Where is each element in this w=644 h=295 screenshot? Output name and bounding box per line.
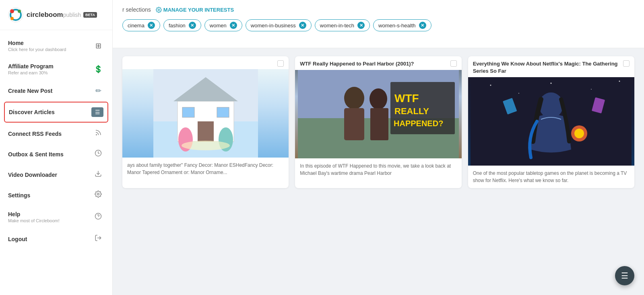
discover-label: Discover Articles [9,109,91,115]
svg-point-3 [18,10,21,13]
logout-icon [92,234,104,244]
tag-remove-women-in-tech[interactable]: ✕ [357,22,365,29]
manage-interests-text: MANAGE YOUR INTERESTS [163,7,234,13]
articles-grid: ays about family together" Fancy Decor: … [122,56,634,188]
help-sub: Make most of Circleboom! [8,218,92,223]
svg-point-38 [619,81,620,82]
affiliate-sub: Refer and earn 30% [8,70,92,75]
create-icon: ✏ [92,86,104,95]
sidebar-nav: Home Click here for your dashboard ⊞ Aff… [0,30,112,295]
svg-point-35 [518,93,519,94]
logo-text: circleboompublish [27,11,81,19]
tag-chip-fashion[interactable]: fashion ✕ [163,19,201,31]
article-card-3: Everything We Know About Netflix's Magic… [468,56,634,188]
tag-chip-women-s-health[interactable]: women-s-health ✕ [373,19,431,31]
svg-rect-18 [182,107,194,117]
svg-point-27 [369,88,387,109]
sidebar-item-create[interactable]: Create New Post ✏ [0,81,112,101]
rss-label: Connect RSS Feeds [8,131,92,137]
sidebar-logo: circleboompublish BETA [0,0,112,30]
sidebar-item-video[interactable]: Video Downloader [0,164,112,185]
tag-label-women-in-tech: women-in-tech [320,23,354,29]
home-icon: ⊞ [92,41,104,50]
help-icon [92,213,104,222]
tag-chip-cinema[interactable]: cinema ✕ [122,19,160,31]
video-icon [92,170,104,179]
selections-label: r selections [122,6,151,13]
tags-row: cinema ✕ fashion ✕ women ✕ women-in-busi… [122,19,634,31]
article-checkbox-3[interactable] [623,60,630,67]
tag-label-women-in-business: women-in-business [251,23,296,29]
sidebar: circleboompublish BETA Home Click here f… [0,0,113,295]
article-image-3 [468,77,634,166]
svg-rect-19 [217,107,229,117]
sidebar-item-home[interactable]: Home Click here for your dashboard ⊞ [0,34,112,57]
top-bar: r selections MANAGE YOUR INTERESTS cinem… [113,0,644,48]
sidebar-item-discover[interactable]: Discover Articles ☰ [4,102,108,123]
circleboom-logo-icon [8,7,23,23]
home-sub: Click here for your dashboard [8,47,92,52]
interests-header: r selections MANAGE YOUR INTERESTS [122,6,634,13]
svg-point-36 [551,83,552,84]
tag-remove-women-s-health[interactable]: ✕ [419,22,426,29]
svg-point-37 [591,89,592,90]
main-content: r selections MANAGE YOUR INTERESTS cinem… [113,0,644,295]
svg-text:WTF: WTF [394,92,419,104]
outbox-label: Outbox & Sent Items [8,151,92,158]
sidebar-item-settings[interactable]: Settings [0,185,112,205]
svg-point-11 [158,9,159,10]
help-label: Help [8,211,92,217]
article-title-2: WTF Really Happened to Pearl Harbor (200… [300,60,450,68]
tag-chip-women-in-tech[interactable]: women-in-tech ✕ [315,19,370,31]
tag-remove-fashion[interactable]: ✕ [189,22,196,29]
articles-area: ays about family together" Fancy Decor: … [113,48,644,295]
tag-chip-women-in-business[interactable]: women-in-business ✕ [246,19,312,31]
manage-interests-link[interactable]: MANAGE YOUR INTERESTS [156,7,234,13]
sidebar-item-outbox[interactable]: Outbox & Sent Items [0,144,112,164]
svg-rect-28 [370,108,388,140]
article-card-2: WTF Really Happened to Pearl Harbor (200… [295,56,461,188]
svg-point-7 [97,193,99,195]
fab-icon: ☰ [621,271,628,281]
tag-remove-cinema[interactable]: ✕ [148,22,155,29]
tag-label-women: women [210,23,227,29]
svg-point-2 [10,9,14,13]
tag-remove-women[interactable]: ✕ [230,22,237,29]
settings-icon [92,191,104,200]
article-desc-1: ays about family together" Fancy Decor: … [122,158,289,180]
svg-rect-26 [344,108,364,140]
article-title-3: Everything We Know About Netflix's Magic… [473,60,623,75]
tag-label-fashion: fashion [169,23,186,29]
article-image-1 [122,69,289,158]
svg-point-39 [539,92,563,118]
svg-point-34 [490,85,491,86]
create-label: Create New Post [8,88,92,94]
article-checkbox-1[interactable] [277,60,284,67]
video-label: Video Downloader [8,172,92,178]
beta-badge: BETA [83,12,97,18]
article-desc-2: In this episode of WTF Happened to this … [295,158,461,181]
settings-label: Settings [8,192,92,199]
tag-chip-women[interactable]: women ✕ [204,19,242,31]
svg-point-25 [344,87,364,109]
svg-text:REALLY: REALLY [394,106,429,116]
sidebar-item-rss[interactable]: Connect RSS Feeds [0,123,112,144]
discover-icon: ☰ [91,107,103,117]
article-card-1: ays about family together" Fancy Decor: … [122,56,289,188]
tag-remove-women-in-business[interactable]: ✕ [299,22,306,29]
outbox-icon [92,150,104,159]
rss-icon [92,129,104,138]
article-desc-3: One of the most popular tabletop games o… [468,166,634,188]
affiliate-icon: 💲 [92,65,104,74]
sidebar-item-affiliate[interactable]: Affiliate Program Refer and earn 30% 💲 [0,57,112,81]
fab-menu-button[interactable]: ☰ [615,266,634,285]
article-checkbox-2[interactable] [450,60,457,67]
gear-icon [156,7,162,13]
logout-label: Logout [8,236,92,242]
sidebar-item-help[interactable]: Help Make most of Circleboom! [0,205,112,229]
home-label: Home [8,40,92,46]
tag-label-cinema: cinema [128,23,144,29]
sidebar-item-logout[interactable]: Logout [0,229,112,249]
article-image-2: WTF REALLY HAPPENED? [295,70,461,158]
svg-rect-17 [198,121,214,141]
